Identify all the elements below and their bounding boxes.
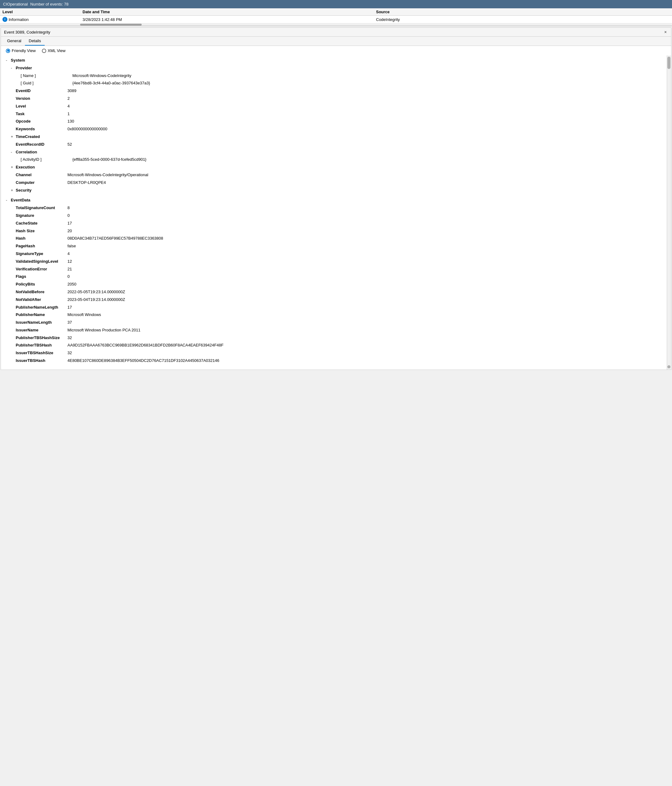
tabs: General Details xyxy=(1,37,671,46)
eventdata-item-value: 17 xyxy=(68,304,72,311)
eventdata-item-key: Hash Size xyxy=(16,228,65,234)
eventdata-item-value: 8 xyxy=(68,205,70,211)
eventdata-item-value: 4 xyxy=(68,251,70,257)
eventdata-item-spacer xyxy=(11,327,16,333)
table-row[interactable]: i Information 3/28/2023 1:42:48 PM CodeI… xyxy=(0,16,672,24)
eventdata-item-spacer xyxy=(11,228,16,234)
eventdata-item-key: PublisherTBSHash xyxy=(16,342,65,349)
tab-details[interactable]: Details xyxy=(25,37,45,46)
eventdata-item-spacer xyxy=(11,304,16,311)
eventdata-item: ValidatedSigningLevel12 xyxy=(11,258,665,266)
eventdata-item: SignatureType4 xyxy=(11,250,665,258)
eventdata-item: Hash08D0A8C34B717AED56F99EC57B49788EC336… xyxy=(11,235,665,242)
provider-toggle[interactable]: - xyxy=(11,65,16,71)
version-key: Version xyxy=(16,96,65,102)
keywords-value: 0x8000000000000000 xyxy=(68,126,107,132)
app-title: CIOperational xyxy=(3,2,28,6)
eventdata-item-spacer xyxy=(11,342,16,349)
info-icon: i xyxy=(2,17,7,22)
provider-guid-value: {4ee76bd8-3cf4-44a0-a0ac-3937643e37a3} xyxy=(72,80,150,86)
provider-label: Provider xyxy=(16,65,65,71)
eventdata-item: Signature0 xyxy=(11,212,665,220)
eventdata-item-value: false xyxy=(68,243,76,250)
eventdata-item-key: PublisherNameLength xyxy=(16,304,65,311)
eventdata-item-value: 08D0A8C34B717AED56F99EC57B49788EC3363808 xyxy=(68,235,163,242)
eventdata-label: EventData xyxy=(11,197,60,204)
eventdata-item-value: Microsoft Windows Production PCA 2011 xyxy=(68,327,140,333)
vertical-scrollbar[interactable] xyxy=(667,55,671,369)
event-content: - System - Provider [ Name ] Microsoft-W… xyxy=(1,55,671,369)
eventdata-toggle[interactable]: - xyxy=(6,197,11,204)
opcode-value: 130 xyxy=(68,118,74,125)
event-title: Event 3089, CodeIntegrity xyxy=(4,30,50,35)
eventdata-item: NotValidBefore2022-05-05T19:23:14.000000… xyxy=(11,288,665,296)
eventdata-item-key: PublisherName xyxy=(16,312,65,318)
scroll-thumb xyxy=(80,24,142,25)
eventid-row: EventID 3089 xyxy=(11,87,665,95)
activityid-row: [ ActivityID ] {eff8a355-5ced-0000-637d-… xyxy=(16,156,665,163)
eventdata-item: IssuerNameMicrosoft Windows Production P… xyxy=(11,327,665,334)
level-value: Information xyxy=(9,17,29,22)
opcode-key: Opcode xyxy=(16,118,65,125)
eventdata-item-spacer xyxy=(11,205,16,211)
spacer5 xyxy=(11,103,16,110)
eventdata-item-spacer xyxy=(11,251,16,257)
eventdata-item-key: ValidatedSigningLevel xyxy=(16,258,65,265)
eventdata-item-spacer xyxy=(11,220,16,227)
spacer3 xyxy=(11,88,16,94)
keywords-key: Keywords xyxy=(16,126,65,132)
keywords-row: Keywords 0x8000000000000000 xyxy=(11,125,665,133)
correlation-label: Correlation xyxy=(16,149,65,156)
computer-row: Computer DESKTOP-LR0QPE4 xyxy=(11,179,665,187)
spacer11 xyxy=(11,172,16,178)
level-row: Level 4 xyxy=(11,102,665,110)
panel-with-scroll: - System - Provider [ Name ] Microsoft-W… xyxy=(1,55,671,369)
eventdata-item-value: 17 xyxy=(68,220,72,227)
eventdata-item-key: PageHash xyxy=(16,243,65,250)
spacer1 xyxy=(16,73,20,79)
eventdata-item-key: Flags xyxy=(16,274,65,280)
execution-toggle[interactable]: + xyxy=(11,164,16,171)
eventdata-item-value: 37 xyxy=(68,319,72,326)
eventdata-item: IssuerNameLength37 xyxy=(11,319,665,327)
provider-name-row: [ Name ] Microsoft-Windows-CodeIntegrity xyxy=(16,72,665,80)
eventdata-item: CacheState17 xyxy=(11,220,665,227)
scroll-indicator xyxy=(0,24,672,26)
eventdata-item-spacer xyxy=(11,266,16,273)
security-toggle[interactable]: + xyxy=(11,187,16,194)
timecreated-toggle[interactable]: + xyxy=(11,134,16,140)
spacer4 xyxy=(11,96,16,102)
eventdata-item: PublisherNameLength17 xyxy=(11,304,665,311)
eventdata-item-key: SignatureType xyxy=(16,251,65,257)
eventdata-item-spacer xyxy=(11,350,16,356)
table-header: Level Date and Time Source xyxy=(0,8,672,16)
system-toggle[interactable]: - xyxy=(6,57,11,64)
eventdata-item-key: IssuerTBSHashSize xyxy=(16,350,65,356)
provider-guid-row: [ Guid ] {4ee76bd8-3cf4-44a0-a0ac-393764… xyxy=(16,79,665,87)
eventdata-item-value: 2023-05-04T19:23:14.0000000Z xyxy=(68,297,125,303)
eventdata-item-value: 12 xyxy=(68,258,72,265)
eventdata-item-spacer xyxy=(11,289,16,296)
eventrecordid-value: 52 xyxy=(68,141,72,148)
eventdata-item-key: NotValidBefore xyxy=(16,289,65,296)
tab-general[interactable]: General xyxy=(3,37,25,46)
spacer2 xyxy=(16,80,20,86)
close-button[interactable]: × xyxy=(663,30,668,35)
task-row: Task 1 xyxy=(11,110,665,118)
eventdata-item-value: 32 xyxy=(68,335,72,341)
friendly-view-toggle[interactable]: Friendly View xyxy=(6,48,36,53)
activityid-key: [ ActivityID ] xyxy=(20,156,70,163)
xml-radio[interactable] xyxy=(42,49,46,53)
eventdata-item: PublisherTBSHashSize32 xyxy=(11,334,665,342)
xml-view-toggle[interactable]: XML View xyxy=(42,48,66,53)
source-cell: CodeIntegrity xyxy=(376,17,670,22)
eventdata-item-spacer xyxy=(11,243,16,250)
eventdata-item-value: 0 xyxy=(68,274,70,280)
correlation-toggle[interactable]: - xyxy=(11,149,16,156)
eventdata-item-key: VerificationError xyxy=(16,266,65,273)
eventdata-item: NotValidAfter2023-05-04T19:23:14.0000000… xyxy=(11,296,665,304)
task-key: Task xyxy=(16,111,65,117)
spacer6 xyxy=(11,111,16,117)
friendly-radio[interactable] xyxy=(6,49,10,53)
eventdata-item: TotalSignatureCount8 xyxy=(11,204,665,212)
